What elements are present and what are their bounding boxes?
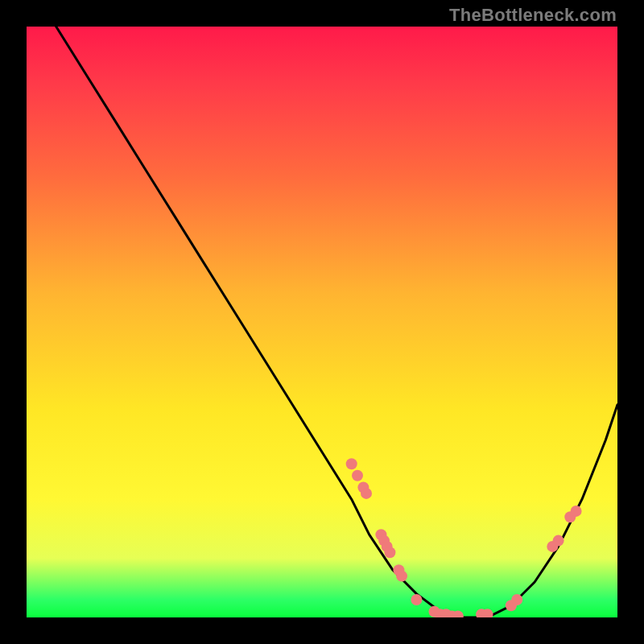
chart-area <box>27 27 617 617</box>
bottleneck-curve-path <box>56 27 617 617</box>
curve-layer <box>56 27 617 617</box>
data-point <box>553 535 564 547</box>
chart-svg <box>27 27 617 617</box>
data-point <box>511 594 522 605</box>
data-point <box>411 594 422 605</box>
data-point <box>571 506 582 517</box>
marker-layer <box>346 458 582 617</box>
data-point <box>396 571 407 582</box>
data-point <box>346 458 357 469</box>
watermark-text: TheBottleneck.com <box>449 5 617 26</box>
data-point <box>361 488 372 499</box>
data-point <box>352 470 363 481</box>
data-point <box>384 547 395 558</box>
